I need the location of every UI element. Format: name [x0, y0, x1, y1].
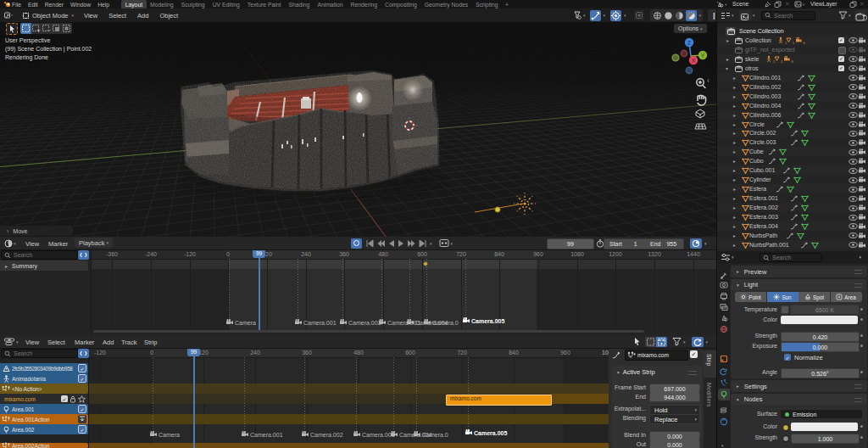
svg-text:6: 6: [804, 41, 806, 45]
svg-text:1: 1: [793, 41, 795, 45]
svg-text:1: 1: [785, 41, 787, 45]
svg-text:1: 1: [773, 59, 776, 64]
svg-text:1: 1: [781, 59, 783, 64]
svg-text:6: 6: [792, 59, 794, 64]
